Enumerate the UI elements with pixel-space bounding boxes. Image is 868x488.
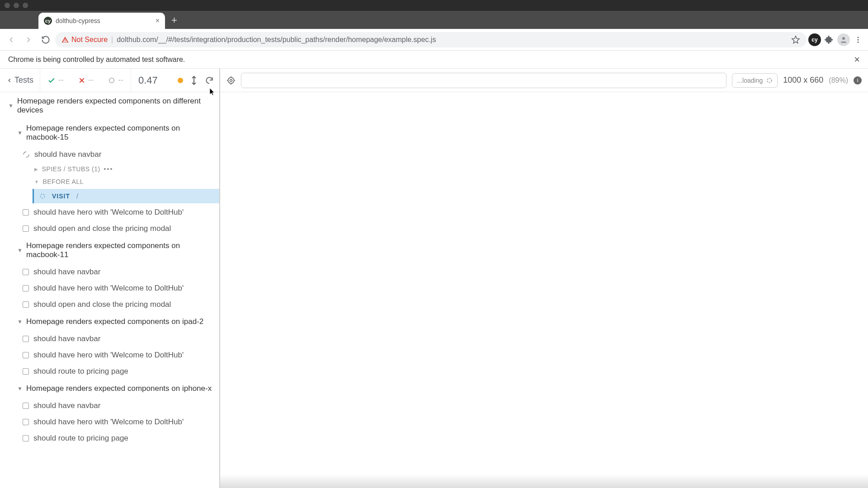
- pending-box-icon: [23, 435, 29, 441]
- test-row[interactable]: should open and close the pricing modal: [0, 221, 219, 237]
- browser-tabstrip: cy dolthub-cypress × +: [0, 11, 868, 29]
- suite-group-title: Homepage renders expected components on …: [26, 124, 214, 142]
- new-tab-button[interactable]: +: [171, 14, 177, 26]
- automation-banner: Chrome is being controlled by automated …: [0, 51, 868, 69]
- suite-group-title: Homepage renders expected components on …: [26, 241, 214, 259]
- url-text: dolthub.com/__/#/tests/integration/produ…: [117, 36, 436, 44]
- test-row[interactable]: should have navbar: [0, 398, 219, 414]
- reload-button[interactable]: [38, 32, 53, 47]
- pending-box-icon: [23, 336, 29, 342]
- cypress-extension-icon[interactable]: cy: [808, 33, 821, 46]
- address-bar[interactable]: Not Secure | dolthub.com/__/#/tests/inte…: [55, 32, 807, 47]
- bookmark-icon[interactable]: [791, 35, 800, 44]
- test-row[interactable]: should route to pricing page: [0, 363, 219, 380]
- svg-point-0: [842, 37, 845, 40]
- spies-hook[interactable]: ▶ SPIES / STUBS (1) •••: [0, 163, 219, 175]
- loading-indicator: ...loading: [732, 73, 778, 88]
- profile-icon[interactable]: [837, 33, 850, 46]
- test-title: should route to pricing page: [33, 367, 128, 376]
- test-title: should have navbar: [33, 267, 100, 277]
- cmd-spinner-icon: [39, 193, 46, 199]
- traffic-min-icon[interactable]: [14, 3, 19, 8]
- tests-back-button[interactable]: Tests: [0, 69, 40, 92]
- close-icon[interactable]: ×: [156, 17, 160, 25]
- test-row[interactable]: should have navbar: [0, 331, 219, 347]
- suite-group[interactable]: ▼ Homepage renders expected components o…: [0, 237, 219, 264]
- automation-banner-text: Chrome is being controlled by automated …: [8, 56, 185, 64]
- chrome-menu-icon[interactable]: [852, 33, 864, 46]
- test-title: should open and close the pricing modal: [33, 224, 171, 233]
- back-button[interactable]: [4, 32, 19, 47]
- selector-playground-icon[interactable]: [226, 76, 236, 85]
- pending-box-icon: [23, 419, 29, 425]
- suite-root[interactable]: ▼ Homepage renders expected components o…: [0, 92, 219, 119]
- traffic-max-icon[interactable]: [23, 3, 28, 8]
- caret-down-icon: ▼: [8, 103, 14, 109]
- test-title: should route to pricing page: [33, 434, 128, 443]
- passed-count: --: [40, 69, 71, 92]
- before-all-hook[interactable]: ▼ BEFORE ALL: [0, 175, 219, 188]
- svg-point-5: [40, 194, 44, 198]
- test-row[interactable]: should have hero with 'Welcome to DoltHu…: [0, 280, 219, 296]
- suite-title: Homepage renders expected components on …: [17, 97, 214, 115]
- aut-iframe: [220, 92, 868, 488]
- close-icon[interactable]: ×: [854, 54, 860, 66]
- auto-scroll-icon[interactable]: [191, 76, 197, 85]
- test-row[interactable]: should have navbar: [0, 146, 219, 163]
- preview-panel: ...loading 1000 x 660 (89%) i: [220, 69, 868, 488]
- reporter-panel: Tests -- -- -- 0.47: [0, 69, 220, 488]
- test-row[interactable]: should have hero with 'Welcome to DoltHu…: [0, 347, 219, 363]
- test-title: should have hero with 'Welcome to DoltHu…: [33, 418, 184, 427]
- pending-box-icon: [23, 225, 29, 232]
- svg-point-1: [858, 37, 859, 38]
- tests-label: Tests: [14, 75, 33, 85]
- test-row[interactable]: should have hero with 'Welcome to DoltHu…: [0, 204, 219, 221]
- test-title: should have hero with 'Welcome to DoltHu…: [33, 351, 184, 360]
- preview-toolbar: ...loading 1000 x 660 (89%) i: [220, 69, 868, 92]
- test-row[interactable]: should have navbar: [0, 264, 219, 280]
- cmd-name: VISIT: [52, 192, 70, 200]
- suite-group[interactable]: ▼ Homepage renders expected components o…: [0, 380, 219, 398]
- extensions-icon[interactable]: [823, 33, 835, 46]
- command-row[interactable]: VISIT /: [33, 189, 219, 203]
- forward-button[interactable]: [21, 32, 36, 47]
- more-icon: •••: [104, 165, 113, 173]
- caret-down-icon: ▼: [34, 179, 39, 184]
- viewport-scale: (89%): [829, 76, 848, 84]
- caret-down-icon: ▼: [17, 130, 23, 136]
- aut-url-field[interactable]: [241, 73, 726, 88]
- test-title: should have navbar: [33, 401, 100, 410]
- test-row[interactable]: should have hero with 'Welcome to DoltHu…: [0, 414, 219, 430]
- info-icon[interactable]: i: [854, 76, 862, 84]
- pending-count: --: [101, 69, 131, 92]
- before-all-label: BEFORE ALL: [42, 178, 84, 185]
- traffic-close-icon[interactable]: [5, 3, 10, 8]
- svg-point-7: [230, 79, 232, 81]
- svg-point-4: [109, 78, 114, 83]
- security-warning: Not Secure: [61, 36, 108, 44]
- svg-point-8: [768, 78, 772, 82]
- test-title: should have hero with 'Welcome to DoltHu…: [33, 208, 184, 217]
- svg-point-3: [858, 41, 859, 42]
- pending-box-icon: [23, 301, 29, 308]
- suite-group[interactable]: ▼ Homepage renders expected components o…: [0, 119, 219, 146]
- suite-group[interactable]: ▼ Homepage renders expected components o…: [0, 313, 219, 331]
- pending-box-icon: [23, 209, 29, 216]
- duration: 0.47: [131, 69, 165, 92]
- test-title: should have navbar: [33, 334, 100, 343]
- pending-box-icon: [23, 352, 29, 358]
- caret-right-icon: ▶: [34, 167, 38, 172]
- spec-body: ▼ Homepage renders expected components o…: [0, 92, 219, 488]
- test-title: should have hero with 'Welcome to DoltHu…: [33, 284, 184, 293]
- test-row[interactable]: should open and close the pricing modal: [0, 296, 219, 313]
- spies-label: SPIES / STUBS (1): [42, 165, 100, 173]
- suite-group-title: Homepage renders expected components on …: [26, 384, 212, 393]
- test-row[interactable]: should route to pricing page: [0, 430, 219, 446]
- rerun-button[interactable]: [205, 76, 214, 85]
- browser-tab[interactable]: cy dolthub-cypress ×: [38, 13, 165, 29]
- caret-down-icon: ▼: [17, 385, 23, 392]
- cmd-arg: /: [76, 192, 78, 200]
- caret-down-icon: ▼: [17, 247, 23, 253]
- pending-box-icon: [23, 403, 29, 409]
- pending-box-icon: [23, 368, 29, 375]
